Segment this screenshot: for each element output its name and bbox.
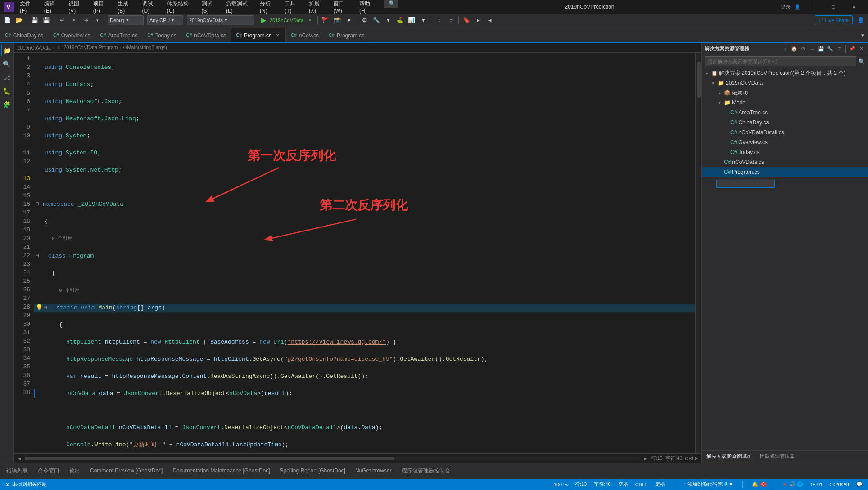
panel-pin[interactable]: 📌 bbox=[848, 45, 856, 53]
tb-btn-7[interactable]: ⛳ bbox=[394, 15, 405, 26]
menu-project[interactable]: 项目(P) bbox=[90, 0, 113, 15]
tab-ncov[interactable]: C# nCoV.cs bbox=[286, 28, 324, 42]
tb-btn-5[interactable]: 🔧 bbox=[371, 15, 382, 26]
menu-test[interactable]: 测试(S) bbox=[198, 0, 222, 15]
open-button[interactable]: 📂 bbox=[14, 15, 24, 26]
bottom-tab-pkg[interactable]: 程序包管理器控制台 bbox=[397, 465, 455, 477]
project-dropdown[interactable]: 2019nCoVData▾ bbox=[187, 15, 254, 25]
tree-ncovdatadetail[interactable]: ▸ C# nCoVDataDetail.cs bbox=[702, 127, 868, 137]
scroll-left-button[interactable]: ◄ bbox=[17, 456, 22, 461]
tb-btn-11[interactable]: ↕ bbox=[445, 15, 456, 26]
code-content[interactable]: using ConsoleTables; using ConTabs; usin… bbox=[34, 53, 695, 453]
tb-btn-9[interactable]: ▾ bbox=[418, 15, 429, 26]
activity-debug[interactable]: 🐛 bbox=[1, 85, 13, 97]
scrollbar-thumb[interactable] bbox=[697, 62, 701, 98]
tab-close-program[interactable]: ✕ bbox=[274, 32, 281, 39]
menu-edit[interactable]: 编辑(E) bbox=[41, 0, 64, 15]
tree-deps[interactable]: ▸ 📦 依赖项 bbox=[702, 88, 868, 98]
undo-button[interactable]: ↩ bbox=[57, 15, 68, 26]
tree-ncovdata[interactable]: ▸ C# nCoVData.cs bbox=[702, 157, 868, 167]
tb-btn-10[interactable]: ↕ bbox=[434, 15, 444, 26]
save-all-button[interactable]: 💾 bbox=[41, 15, 52, 26]
panel-btn-6[interactable]: 🔧 bbox=[826, 45, 834, 53]
debug-config-dropdown[interactable]: Debug▾ bbox=[108, 15, 144, 25]
tree-overview[interactable]: ▸ C# Overview.cs bbox=[702, 137, 868, 147]
redo-dropdown[interactable]: ▾ bbox=[92, 15, 103, 26]
run-button[interactable]: ▶ bbox=[258, 15, 269, 26]
se-tab-solution[interactable]: 解决方案资源管理器 bbox=[702, 451, 755, 463]
panel-btn-3[interactable]: ⚙ bbox=[799, 45, 807, 53]
live-share-button[interactable]: ⇄ Live Share bbox=[815, 15, 853, 25]
tree-model[interactable]: ▼ 📁 Model bbox=[702, 98, 868, 108]
status-row[interactable]: 行:13 bbox=[573, 481, 588, 488]
menu-load-test[interactable]: 负载测试(L) bbox=[222, 0, 255, 15]
tb-btn-13[interactable]: ◂ bbox=[484, 15, 495, 26]
breadcrumb-class[interactable]: ☆_2019nCoVData.Program bbox=[56, 45, 118, 50]
status-notification[interactable]: 🔔 6 bbox=[750, 481, 769, 487]
tab-overview[interactable]: C# Overview.cs bbox=[48, 28, 95, 42]
tab-chinaday[interactable]: C# ChinaDay.cs bbox=[0, 28, 48, 42]
bottom-tab-docs[interactable]: Documentation Maintenance [GhostDoc] bbox=[168, 465, 274, 477]
activity-extensions[interactable]: 🧩 bbox=[1, 99, 13, 110]
status-spaces[interactable]: 空格 bbox=[616, 481, 630, 488]
new-project-button[interactable]: 📄 bbox=[2, 15, 13, 26]
close-button[interactable]: × bbox=[844, 0, 864, 14]
activity-search[interactable]: 🔍 bbox=[1, 58, 13, 70]
breadcrumb-project[interactable]: 2019nCoVData bbox=[17, 45, 51, 50]
panel-btn-2[interactable]: 🏠 bbox=[790, 45, 798, 53]
panel-btn-5[interactable]: 💾 bbox=[817, 45, 825, 53]
bottom-tab-comment[interactable]: Comment Preview [GhostDoc] bbox=[86, 465, 167, 477]
menu-view[interactable]: 视图(V) bbox=[65, 0, 88, 15]
activity-git[interactable]: ⎇ bbox=[1, 72, 13, 83]
panel-btn-7[interactable]: ⊟ bbox=[835, 45, 843, 53]
menu-extensions[interactable]: 扩展(X) bbox=[305, 0, 329, 15]
tab-areatree[interactable]: C# AreaTree.cs bbox=[95, 28, 142, 42]
se-rename-input[interactable] bbox=[716, 180, 775, 188]
menu-debug[interactable]: 调试(D) bbox=[139, 0, 163, 15]
menu-file[interactable]: 文件(F) bbox=[16, 0, 40, 15]
cpu-dropdown[interactable]: Any CPU▾ bbox=[147, 15, 183, 25]
breadcrumb-method[interactable]: ⊙Main(string[] args) bbox=[123, 45, 167, 50]
bottom-tab-spelling[interactable]: Spelling Report [GhostDoc] bbox=[276, 465, 350, 477]
bottom-tab-output[interactable]: 输出 bbox=[65, 465, 85, 477]
vertical-scrollbar[interactable] bbox=[695, 53, 701, 453]
tree-today[interactable]: ▸ C# Today.cs bbox=[702, 147, 868, 157]
bottom-tab-cmd[interactable]: 命令窗口 bbox=[33, 465, 64, 477]
minimize-button[interactable]: − bbox=[802, 0, 823, 14]
tab-program2[interactable]: C# Program.cs bbox=[324, 28, 369, 42]
tb-btn-1[interactable]: 🚩 bbox=[320, 15, 331, 26]
tb-btn-2[interactable]: 📸 bbox=[332, 15, 343, 26]
tab-overflow-button[interactable]: ▾ bbox=[857, 28, 868, 42]
panel-btn-1[interactable]: ↕ bbox=[781, 45, 789, 53]
se-tab-team[interactable]: 团队资源管理器 bbox=[755, 451, 799, 463]
tree-solution-root[interactable]: ▸ 📋 解决方案'2019nCoVPrediction'(第 2 个项目，共 2… bbox=[702, 68, 868, 78]
tree-project[interactable]: ▼ 📁 2019nCoVData bbox=[702, 78, 868, 88]
panel-btn-4[interactable]: → bbox=[808, 45, 816, 53]
maximize-button[interactable]: □ bbox=[823, 0, 844, 14]
save-button[interactable]: 💾 bbox=[29, 15, 40, 26]
status-encoding[interactable]: CRLF bbox=[633, 482, 650, 487]
redo-button[interactable]: ↪ bbox=[80, 15, 91, 26]
tab-program-active[interactable]: C# Program.cs ✕ bbox=[231, 28, 286, 42]
tree-chinaday[interactable]: ▸ C# ChinaDay.cs bbox=[702, 118, 868, 127]
menu-tools[interactable]: 工具(T) bbox=[281, 0, 304, 15]
panel-close[interactable]: ✕ bbox=[857, 45, 865, 53]
account-button[interactable]: 👤 bbox=[855, 15, 866, 26]
scroll-right-button[interactable]: ► bbox=[643, 456, 648, 461]
tab-ncovdata[interactable]: C# nCoVData.cs bbox=[181, 28, 231, 42]
status-col[interactable]: 字符:40 bbox=[592, 481, 612, 488]
tree-program[interactable]: ▸ C# Program.cs bbox=[702, 167, 868, 177]
login-label[interactable]: 登录 bbox=[781, 4, 791, 10]
tb-btn-8[interactable]: 📊 bbox=[406, 15, 417, 26]
activity-explorer[interactable]: 📁 bbox=[1, 45, 13, 56]
status-error-indicator[interactable]: ⊗ 未找到相关问题 bbox=[4, 481, 49, 488]
tb-bookmark[interactable]: 🔖 bbox=[461, 15, 472, 26]
tb-btn-4[interactable]: ⚙ bbox=[359, 15, 370, 26]
tb-btn-6[interactable]: ▾ bbox=[383, 15, 393, 26]
menu-window[interactable]: 窗口(W) bbox=[330, 0, 354, 15]
tree-areatree[interactable]: ▸ C# AreaTree.cs bbox=[702, 108, 868, 118]
tb-btn-12[interactable]: ▸ bbox=[473, 15, 484, 26]
bottom-tab-errors[interactable]: 错误列表 bbox=[2, 465, 32, 477]
undo-dropdown[interactable]: ▾ bbox=[68, 15, 79, 26]
menu-build[interactable]: 生成(B) bbox=[114, 0, 137, 15]
